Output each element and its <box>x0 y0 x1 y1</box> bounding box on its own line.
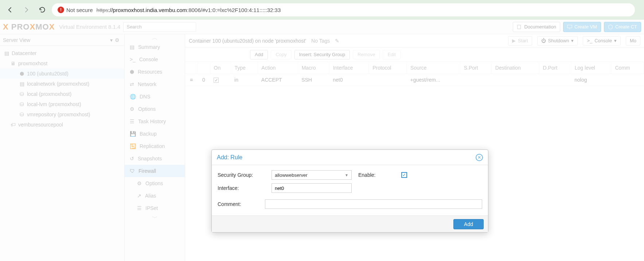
remove-rule-button[interactable]: Remove <box>353 50 380 59</box>
forward-button[interactable] <box>20 3 33 16</box>
tree-node[interactable]: ⛁vmrepository (proxmoxhost) <box>0 109 124 120</box>
nav-item-label: Options <box>145 180 163 186</box>
comment-input[interactable] <box>265 199 482 209</box>
nav-item-replication[interactable]: 🔁Replication <box>125 140 185 152</box>
bars-icon: ☰ <box>137 205 142 211</box>
nav-item-network[interactable]: ⇄Network <box>125 78 185 90</box>
column-header[interactable]: D.Port <box>539 62 571 74</box>
column-header[interactable]: Type <box>231 62 258 74</box>
security-indicator[interactable]: ! Not secure <box>58 7 93 13</box>
chevron-down-icon: ▾ <box>571 38 574 43</box>
modal-add-button[interactable]: Add <box>453 219 484 229</box>
resource-tree: ▤Datacenter🖥proxmoxhost⬢100 (ubuntu20std… <box>0 46 124 132</box>
create-ct-button[interactable]: Create CT <box>604 22 641 32</box>
close-modal-button[interactable]: ✕ <box>476 154 483 161</box>
table-cell <box>460 74 491 86</box>
tree-node[interactable]: ⛁local (proxmoxhost) <box>0 89 124 99</box>
nav-item-resources[interactable]: ⬢Resources <box>125 66 185 78</box>
column-header[interactable]: Destination <box>491 62 539 74</box>
column-header[interactable]: Log level <box>571 62 611 74</box>
table-row[interactable]: ≡0inACCEPTSSHnet0+guest/rem...nolog <box>185 74 644 86</box>
shutdown-button[interactable]: ⏻Shutdown ▾ <box>537 36 578 46</box>
interface-input[interactable] <box>272 183 352 193</box>
nav-item-label: DNS <box>140 94 151 100</box>
tree-node[interactable]: ⬢100 (ubuntu20std) <box>0 69 124 79</box>
column-header[interactable]: Action <box>258 62 298 74</box>
nav-item-label: Console <box>139 57 158 62</box>
tree-node[interactable]: 🏷vemburesourcepool <box>0 120 124 130</box>
tree-settings-button[interactable]: ⚙ <box>113 37 121 43</box>
table-cell <box>491 74 539 86</box>
shutdown-label: Shutdown <box>548 38 569 43</box>
nav-item-label: Network <box>138 81 156 87</box>
column-header[interactable] <box>198 62 210 74</box>
back-button[interactable] <box>4 3 17 16</box>
nav-item-task-history[interactable]: ☰Task History <box>125 115 185 128</box>
console-button[interactable]: >_Console ▾ <box>583 36 621 46</box>
nav-item-label: Resources <box>138 69 162 75</box>
global-search-input[interactable] <box>123 22 196 32</box>
play-icon: ▶ <box>512 38 516 43</box>
list-icon: ☰ <box>130 118 134 124</box>
tree-node-label: 100 (ubuntu20std) <box>27 71 69 77</box>
create-vm-button[interactable]: Create VM <box>563 22 601 32</box>
edit-tags-icon[interactable]: ✎ <box>335 38 339 44</box>
scroll-down-button[interactable]: ﹀ <box>125 214 185 221</box>
tree-node[interactable]: 🖥proxmoxhost <box>0 58 124 69</box>
nav-item-firewall[interactable]: 🛡Firewall <box>125 165 185 177</box>
tree-node-label: local-lvm (proxmoxhost) <box>27 101 81 107</box>
tree-node[interactable]: ▤localnetwork (proxmoxhost) <box>0 79 124 89</box>
column-header[interactable]: Source <box>407 62 460 74</box>
column-header[interactable]: Protocol <box>369 62 407 74</box>
nav-item-summary[interactable]: ▤Summary <box>125 41 185 53</box>
add-rule-button[interactable]: Add <box>250 50 268 59</box>
nav-item-alias[interactable]: ↗Alias <box>125 190 185 202</box>
table-cell: SSH <box>298 74 329 86</box>
column-header[interactable]: S.Port <box>460 62 491 74</box>
nav-item-label: Replication <box>140 143 165 149</box>
reload-button[interactable] <box>36 3 49 16</box>
nav-item-ipset[interactable]: ☰IPSet <box>125 202 185 214</box>
edit-rule-button[interactable]: Edit <box>383 50 400 59</box>
nav-item-options[interactable]: ⚙Options <box>125 103 185 115</box>
nav-item-label: IPSet <box>145 205 158 211</box>
storage-icon: ⛁ <box>19 112 25 117</box>
lxc-icon: ⬢ <box>19 71 25 77</box>
nav-item-label: Snapshots <box>138 156 162 161</box>
url-bar[interactable]: ! Not secure https://proxmoxhost.india.v… <box>52 3 635 16</box>
add-rule-modal: Add: Rule ✕ Security Group: allowwebserv… <box>211 149 488 233</box>
more-button[interactable]: Mo <box>626 36 640 46</box>
tree-node[interactable]: ⛁local-lvm (proxmoxhost) <box>0 99 124 109</box>
column-header[interactable]: Comm <box>611 62 644 74</box>
insert-secgroup-button[interactable]: Insert: Security Group <box>294 50 350 59</box>
column-header[interactable]: Interface <box>329 62 368 74</box>
enable-checkbox[interactable] <box>214 78 219 83</box>
security-group-value: allowwebserver <box>275 172 308 178</box>
nav-item-options[interactable]: ⚙Options <box>125 177 185 190</box>
modal-footer: Add <box>212 215 488 232</box>
column-header[interactable] <box>185 62 198 74</box>
sdn-icon: ▤ <box>19 81 25 87</box>
table-cell <box>611 74 644 86</box>
security-group-select[interactable]: allowwebserver ▼ <box>272 170 352 180</box>
storage-icon: ⛁ <box>19 101 25 107</box>
enable-checkbox[interactable]: ✓ <box>401 172 407 178</box>
nav-item-console[interactable]: >_Console <box>125 53 185 66</box>
nav-item-snapshots[interactable]: ↺Snapshots <box>125 152 185 165</box>
nav-item-backup[interactable]: 💾Backup <box>125 128 185 140</box>
documentation-button[interactable]: Documentation <box>513 22 560 32</box>
cube-icon: ⬢ <box>130 69 134 75</box>
tree-node[interactable]: ▤Datacenter <box>0 48 124 58</box>
tree-view-selector[interactable]: Server View ▾ ⚙ <box>0 34 124 46</box>
start-button[interactable]: ▶Start <box>508 36 532 46</box>
column-header[interactable]: Macro <box>298 62 329 74</box>
scroll-up-button[interactable]: ︿ <box>125 34 185 41</box>
power-icon: ⏻ <box>541 38 546 43</box>
env-version: Virtual Environment 8.1.4 <box>59 24 120 30</box>
table-cell <box>369 74 407 86</box>
nav-item-dns[interactable]: 🌐DNS <box>125 90 185 103</box>
copy-rule-button[interactable]: Copy <box>271 50 291 59</box>
column-header[interactable]: On <box>210 62 231 74</box>
firewall-rules-table: OnTypeActionMacroInterfaceProtocolSource… <box>185 62 644 86</box>
gear-icon: ⚙ <box>137 180 142 186</box>
